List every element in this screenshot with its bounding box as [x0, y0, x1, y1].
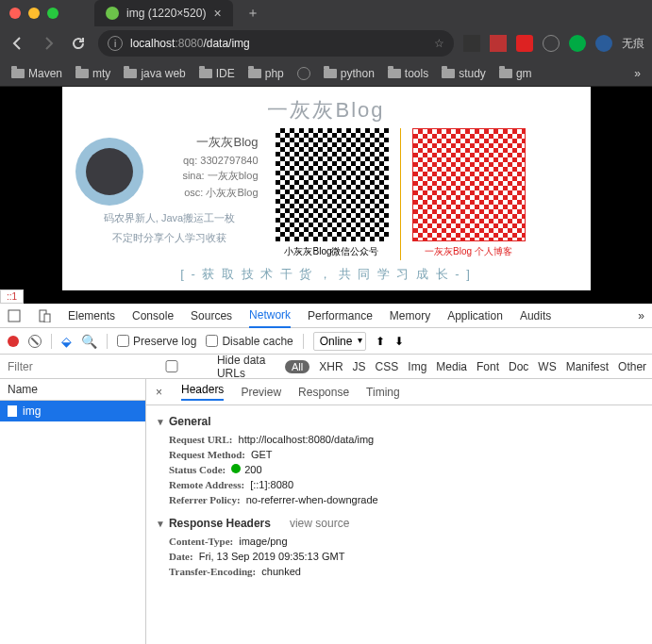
- disable-cache-checkbox[interactable]: Disable cache: [206, 335, 293, 348]
- filter-css[interactable]: CSS: [376, 360, 399, 373]
- filter-doc[interactable]: Doc: [509, 360, 528, 373]
- subtab-preview[interactable]: Preview: [241, 386, 281, 399]
- filter-manifest[interactable]: Manifest: [566, 360, 609, 373]
- filter-ws[interactable]: WS: [538, 360, 556, 373]
- divider: [400, 128, 401, 260]
- filter-xhr[interactable]: XHR: [319, 360, 343, 373]
- folder-icon: [442, 69, 455, 78]
- back-button[interactable]: [8, 33, 28, 54]
- folder-icon: [324, 69, 337, 78]
- extension-icon[interactable]: [569, 35, 586, 52]
- address-bar[interactable]: i localhost:8080/data/img ☆: [98, 30, 454, 57]
- bookmark-folder[interactable]: gm: [499, 67, 532, 80]
- adblock-icon[interactable]: [516, 35, 533, 52]
- tab-performance[interactable]: Performance: [308, 305, 373, 327]
- bookmarks-overflow-button[interactable]: »: [634, 67, 641, 80]
- throttling-select[interactable]: Online: [313, 332, 367, 351]
- bookmark-folder[interactable]: mty: [75, 67, 110, 80]
- bookmark-label: java web: [141, 67, 185, 80]
- name-column-header[interactable]: Name: [0, 379, 145, 401]
- bookmarks-bar: Maven mty java web IDE php python tools …: [0, 60, 652, 87]
- minimize-window-button[interactable]: [28, 8, 40, 19]
- download-icon[interactable]: ⬇: [394, 335, 404, 348]
- record-button[interactable]: [8, 336, 19, 347]
- filter-input[interactable]: [8, 360, 121, 373]
- subtab-response[interactable]: Response: [298, 386, 349, 399]
- address-port: :8080: [175, 37, 203, 50]
- filter-font[interactable]: Font: [476, 360, 499, 373]
- devtools-overflow-button[interactable]: »: [638, 309, 644, 322]
- filter-other[interactable]: Other: [618, 360, 646, 373]
- sina-line: sina: 一灰灰blog: [151, 169, 259, 183]
- filter-js[interactable]: JS: [353, 360, 366, 373]
- site-info-icon[interactable]: i: [108, 36, 123, 51]
- bookmark-folder[interactable]: tools: [388, 67, 428, 80]
- reload-button[interactable]: [68, 33, 89, 54]
- close-window-button[interactable]: [9, 8, 21, 19]
- bookmark-item[interactable]: [297, 67, 310, 80]
- triangle-down-icon: ▼: [156, 519, 165, 529]
- address-host: localhost: [130, 37, 175, 50]
- view-source-link[interactable]: view source: [290, 517, 349, 530]
- close-detail-button[interactable]: ×: [156, 386, 162, 399]
- close-tab-button[interactable]: ×: [213, 6, 221, 21]
- subtab-timing[interactable]: Timing: [366, 386, 400, 399]
- status-code-value: 200: [231, 464, 261, 475]
- tab-elements[interactable]: Elements: [68, 305, 115, 327]
- svg-rect-0: [8, 310, 20, 322]
- general-section-header[interactable]: ▼General: [156, 415, 643, 428]
- blog-card: 一灰灰Blog 一灰灰Blog qq: 3302797840 sina: 一灰灰…: [62, 87, 591, 290]
- extension-icon[interactable]: [463, 35, 480, 52]
- remote-address-value: [::1]:8080: [250, 479, 293, 490]
- preserve-log-checkbox[interactable]: Preserve log: [117, 335, 196, 348]
- triangle-down-icon: ▼: [156, 417, 165, 427]
- request-detail-panel: × Headers Preview Response Timing ▼Gener…: [146, 379, 652, 644]
- device-icon[interactable]: [38, 309, 51, 322]
- subtab-headers[interactable]: Headers: [181, 383, 224, 401]
- new-tab-button[interactable]: ＋: [246, 5, 259, 22]
- tab-title: img (1220×520): [126, 7, 206, 20]
- status-dot-icon: [231, 464, 241, 473]
- tab-sources[interactable]: Sources: [191, 305, 232, 327]
- forward-button[interactable]: [38, 33, 59, 54]
- filter-img[interactable]: Img: [408, 360, 426, 373]
- bookmark-label: gm: [516, 67, 532, 80]
- clear-button[interactable]: [28, 335, 42, 348]
- inspect-icon[interactable]: [8, 309, 21, 322]
- transfer-encoding-label: Transfer-Encoding:: [169, 566, 256, 577]
- hide-data-urls-checkbox[interactable]: Hide data URLs: [130, 354, 276, 380]
- tab-audits[interactable]: Audits: [520, 305, 551, 327]
- bookmark-folder[interactable]: Maven: [11, 67, 62, 80]
- bookmark-folder[interactable]: php: [248, 67, 284, 80]
- bookmark-label: Maven: [28, 67, 62, 80]
- browser-tab[interactable]: img (1220×520) ×: [94, 0, 233, 26]
- bookmark-folder[interactable]: java web: [124, 67, 185, 80]
- extension-icon[interactable]: [543, 35, 560, 52]
- bookmark-folder[interactable]: study: [442, 67, 486, 80]
- upload-icon[interactable]: ⬆: [376, 335, 385, 348]
- bookmark-star-icon[interactable]: ☆: [434, 37, 444, 50]
- disable-cache-label: Disable cache: [222, 335, 293, 348]
- globe-icon: [297, 67, 310, 80]
- content-type-label: Content-Type:: [169, 536, 233, 547]
- tab-memory[interactable]: Memory: [390, 305, 430, 327]
- tab-application[interactable]: Application: [447, 305, 503, 327]
- request-row[interactable]: img: [0, 401, 145, 421]
- bookmark-folder[interactable]: python: [324, 67, 375, 80]
- tab-network[interactable]: Network: [249, 304, 291, 328]
- content-type-value: image/png: [239, 536, 287, 547]
- svg-rect-2: [44, 314, 50, 322]
- filter-icon[interactable]: ⬙: [61, 334, 72, 349]
- bookmark-label: python: [341, 67, 375, 80]
- search-icon[interactable]: 🔍: [81, 334, 97, 349]
- response-headers-section-header[interactable]: ▼Response Headersview source: [156, 517, 643, 530]
- extension-icon[interactable]: [490, 35, 507, 52]
- maximize-window-button[interactable]: [47, 8, 59, 19]
- extension-icon[interactable]: [595, 35, 612, 52]
- avatar: [75, 138, 143, 206]
- filter-media[interactable]: Media: [436, 360, 467, 373]
- tab-console[interactable]: Console: [132, 305, 174, 327]
- folder-icon: [75, 69, 89, 78]
- filter-all[interactable]: All: [285, 360, 309, 373]
- bookmark-folder[interactable]: IDE: [199, 67, 235, 80]
